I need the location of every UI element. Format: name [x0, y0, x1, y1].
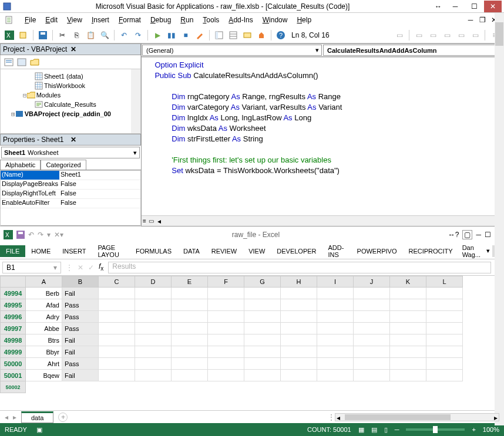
- mdi-minimize-button[interactable]: ─: [465, 15, 476, 25]
- view-pagebreak-button[interactable]: ▯: [384, 426, 388, 434]
- row-header[interactable]: 50002: [0, 381, 26, 393]
- cell[interactable]: [208, 323, 244, 334]
- toggle-folders-button[interactable]: [29, 56, 41, 68]
- qat-redo-button[interactable]: ↷: [38, 231, 43, 239]
- code-vertical-scrollbar[interactable]: [495, 13, 504, 425]
- ribbon-tab-data[interactable]: DATA: [177, 245, 206, 257]
- cell[interactable]: [208, 334, 244, 346]
- cell[interactable]: [244, 370, 281, 381]
- column-header-H[interactable]: H: [281, 276, 317, 288]
- cell[interactable]: Adry: [26, 311, 62, 323]
- column-header-L[interactable]: L: [426, 276, 463, 288]
- menu-edit[interactable]: Edit: [41, 15, 62, 25]
- row-header[interactable]: 50000: [0, 358, 26, 370]
- column-header-J[interactable]: J: [354, 276, 390, 288]
- toolbar-extra-3[interactable]: ▭: [427, 29, 439, 41]
- menu-window[interactable]: Window: [258, 15, 293, 25]
- procedure-dropdown[interactable]: CalculateResultsAndAddAsColumn ▾: [323, 45, 503, 56]
- find-button[interactable]: 🔍: [99, 29, 110, 41]
- cell[interactable]: [281, 370, 317, 381]
- cell[interactable]: [135, 311, 172, 323]
- cell[interactable]: [208, 358, 244, 370]
- property-row[interactable]: EnableAutoFilterFalse: [1, 199, 140, 208]
- zoom-out-button[interactable]: ─: [395, 426, 399, 433]
- paste-button[interactable]: 📋: [85, 29, 96, 41]
- cell[interactable]: [172, 288, 208, 299]
- toolbar-extra-6[interactable]: ▭: [469, 29, 481, 41]
- properties-button[interactable]: [227, 29, 239, 41]
- stop-button[interactable]: ■: [180, 29, 191, 41]
- ribbon-tab-developer[interactable]: DEVELOPER: [271, 245, 322, 257]
- pause-button[interactable]: ▮▮: [166, 29, 177, 41]
- cell[interactable]: [244, 323, 281, 334]
- property-row[interactable]: DisplayRightToLeftFalse: [1, 190, 140, 199]
- excel-minimize-button[interactable]: ─: [476, 231, 481, 239]
- cell[interactable]: [208, 370, 244, 381]
- ribbon-tab-file[interactable]: FILE: [0, 245, 25, 257]
- cell[interactable]: [244, 288, 281, 299]
- object-dropdown[interactable]: (General) ▾: [142, 45, 322, 56]
- cell[interactable]: [208, 346, 244, 358]
- cell[interactable]: [99, 323, 135, 334]
- cell[interactable]: [390, 346, 426, 358]
- ribbon-tab-add-ins[interactable]: ADD-INS: [322, 242, 351, 261]
- view-object-button[interactable]: [16, 56, 28, 68]
- tree-item-sheet1[interactable]: Sheet1 (data): [2, 72, 139, 81]
- column-header-G[interactable]: G: [244, 276, 281, 288]
- ribbon-display-button[interactable]: ▢: [462, 230, 472, 239]
- view-normal-button[interactable]: ▦: [358, 426, 364, 434]
- undo-button[interactable]: ↶: [118, 29, 130, 41]
- tab-categorized[interactable]: Categorized: [41, 160, 86, 170]
- cell[interactable]: Fail: [62, 288, 99, 299]
- cell[interactable]: Pass: [62, 358, 99, 370]
- cell[interactable]: [281, 299, 317, 311]
- ribbon-tab-powerpivo[interactable]: POWERPIVO: [351, 245, 403, 257]
- cell[interactable]: [281, 358, 317, 370]
- column-header-A[interactable]: A: [26, 276, 62, 288]
- row-header[interactable]: 49998: [0, 334, 26, 346]
- cell[interactable]: [172, 370, 208, 381]
- cell[interactable]: Abbe: [26, 323, 62, 334]
- cell[interactable]: [390, 288, 426, 299]
- cell[interactable]: [354, 323, 390, 334]
- tab-nav-next-button[interactable]: ▸: [13, 413, 16, 421]
- cell[interactable]: [244, 346, 281, 358]
- tab-alphabetic[interactable]: Alphabetic: [0, 160, 41, 170]
- row-header[interactable]: 49994: [0, 288, 26, 299]
- toolbar-extra-2[interactable]: ▭: [413, 29, 425, 41]
- project-pane-close-button[interactable]: ✕: [70, 45, 138, 53]
- tree-item-modules-folder[interactable]: ⊟ Modules: [2, 90, 139, 100]
- ribbon-tab-home[interactable]: HOME: [25, 245, 56, 257]
- copy-button[interactable]: ⎘: [70, 29, 82, 41]
- qat-customize-button[interactable]: ▾: [47, 231, 51, 239]
- column-header-F[interactable]: F: [208, 276, 244, 288]
- close-button[interactable]: ✕: [484, 1, 502, 12]
- cell[interactable]: [172, 334, 208, 346]
- excel-icon[interactable]: X: [4, 29, 15, 41]
- help-button[interactable]: ?: [275, 29, 287, 41]
- tree-item-thisworkbook[interactable]: ThisWorkbook: [2, 81, 139, 90]
- cell[interactable]: [317, 370, 354, 381]
- cell[interactable]: [281, 334, 317, 346]
- select-all-corner[interactable]: [0, 276, 26, 288]
- cell[interactable]: [317, 334, 354, 346]
- cell[interactable]: [99, 288, 135, 299]
- formula-input[interactable]: Results: [108, 262, 491, 273]
- cell[interactable]: [244, 334, 281, 346]
- cell[interactable]: [354, 370, 390, 381]
- column-header-K[interactable]: K: [390, 276, 426, 288]
- cell[interactable]: [244, 311, 281, 323]
- cell[interactable]: [172, 311, 208, 323]
- properties-pane-close-button[interactable]: ✕: [70, 136, 138, 144]
- cell[interactable]: [244, 299, 281, 311]
- ribbon-tab-view[interactable]: VIEW: [243, 245, 271, 257]
- toolbox-button[interactable]: [256, 29, 267, 41]
- tab-nav-prev-button[interactable]: ◂: [5, 413, 8, 421]
- code-editor[interactable]: Option Explicit Public Sub CalculateResu…: [142, 57, 503, 215]
- worksheet-grid[interactable]: ABCDEFGHIJKL 49994BerbFail49995AfadPass4…: [0, 276, 504, 410]
- toolbar-extra-5[interactable]: ▭: [455, 29, 467, 41]
- menu-run[interactable]: Run: [176, 15, 198, 25]
- cell[interactable]: [426, 370, 463, 381]
- ribbon-tab-review[interactable]: REVIEW: [206, 245, 243, 257]
- minimize-button[interactable]: ─: [446, 1, 464, 12]
